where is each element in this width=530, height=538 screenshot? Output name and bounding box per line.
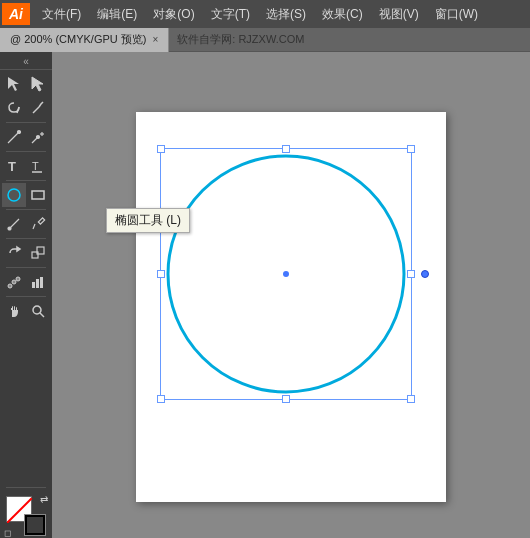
svg-point-5 bbox=[18, 131, 21, 134]
svg-marker-0 bbox=[8, 77, 19, 91]
menu-bar: Ai 文件(F) 编辑(E) 对象(O) 文字(T) 选择(S) 效果(C) 视… bbox=[0, 0, 530, 28]
tab-url-label: 软件自学网: RJZXW.COM bbox=[169, 32, 312, 47]
menu-window[interactable]: 窗口(W) bbox=[427, 2, 486, 27]
tab-close-button[interactable]: × bbox=[152, 34, 158, 45]
menu-object[interactable]: 对象(O) bbox=[145, 2, 202, 27]
menu-edit[interactable]: 编辑(E) bbox=[89, 2, 145, 27]
stroke-box[interactable] bbox=[24, 514, 46, 536]
pencil-tool-button[interactable] bbox=[26, 212, 50, 236]
svg-point-12 bbox=[8, 189, 20, 201]
svg-point-14 bbox=[8, 227, 11, 230]
pen-tool-button[interactable] bbox=[2, 125, 26, 149]
tool-separator-1 bbox=[6, 122, 46, 123]
tool-group-pen bbox=[2, 125, 50, 149]
rectangle-tool-button[interactable] bbox=[26, 183, 50, 207]
tool-group-type: T T bbox=[2, 154, 50, 178]
toolbar: « bbox=[0, 52, 52, 538]
menu-select[interactable]: 选择(S) bbox=[258, 2, 314, 27]
svg-point-22 bbox=[16, 277, 20, 281]
swap-fill-stroke-icon[interactable]: ⇄ bbox=[40, 494, 48, 505]
lasso-tool-button[interactable] bbox=[2, 96, 26, 120]
fill-stroke-boxes[interactable]: ⇄ ◻ bbox=[6, 496, 46, 536]
svg-line-2 bbox=[17, 107, 19, 113]
svg-line-27 bbox=[40, 313, 44, 317]
right-anchor-handle[interactable] bbox=[421, 270, 429, 278]
tool-group-navigate bbox=[2, 299, 50, 323]
tool-group-selection bbox=[2, 72, 50, 120]
symbol-tool-button[interactable] bbox=[2, 270, 26, 294]
tool-separator-7 bbox=[6, 296, 46, 297]
svg-rect-15 bbox=[38, 218, 44, 224]
tool-separator-5 bbox=[6, 238, 46, 239]
svg-point-28 bbox=[168, 156, 404, 392]
tool-separator-4 bbox=[6, 209, 46, 210]
ellipse-tool-button[interactable] bbox=[2, 183, 26, 207]
hand-tool-button[interactable] bbox=[2, 299, 26, 323]
zoom-tool-button[interactable] bbox=[26, 299, 50, 323]
direct-selection-tool-button[interactable] bbox=[26, 72, 50, 96]
tab-active[interactable]: @ 200% (CMYK/GPU 预览) × bbox=[0, 28, 169, 52]
tooltip-ellipse-tool: 椭圆工具 (L) bbox=[106, 208, 190, 233]
tool-separator-6 bbox=[6, 267, 46, 268]
tab-bar: @ 200% (CMYK/GPU 预览) × 软件自学网: RJZXW.COM bbox=[0, 28, 530, 52]
stroke-inner bbox=[27, 517, 43, 533]
svg-point-26 bbox=[33, 306, 41, 314]
default-colors-icon[interactable]: ◻ bbox=[4, 528, 11, 538]
svg-point-20 bbox=[8, 284, 12, 288]
canvas-area[interactable]: 椭圆工具 (L) bbox=[52, 52, 530, 538]
tool-group-misc bbox=[2, 270, 50, 294]
tool-separator-3 bbox=[6, 180, 46, 181]
selection-tool-button[interactable] bbox=[2, 72, 26, 96]
toolbar-collapse-button[interactable]: « bbox=[0, 54, 52, 70]
svg-rect-13 bbox=[32, 191, 44, 199]
svg-rect-23 bbox=[32, 282, 35, 288]
svg-line-16 bbox=[33, 224, 35, 229]
rotate-tool-button[interactable] bbox=[2, 241, 26, 265]
svg-rect-25 bbox=[40, 277, 43, 288]
menu-file[interactable]: 文件(F) bbox=[34, 2, 89, 27]
tool-group-shapes bbox=[2, 183, 50, 207]
tool-group-transform bbox=[2, 241, 50, 265]
main-layout: « bbox=[0, 52, 530, 538]
svg-text:T: T bbox=[32, 160, 39, 172]
color-tools: ⇄ ◻ bbox=[0, 485, 55, 538]
app-logo: Ai bbox=[2, 3, 30, 25]
type-touch-tool-button[interactable]: T bbox=[26, 154, 50, 178]
svg-point-21 bbox=[12, 280, 16, 284]
scale-tool-button[interactable] bbox=[26, 241, 50, 265]
svg-marker-4 bbox=[39, 102, 43, 107]
add-anchor-tool-button[interactable] bbox=[26, 125, 50, 149]
menu-view[interactable]: 视图(V) bbox=[371, 2, 427, 27]
svg-text:T: T bbox=[8, 159, 16, 174]
svg-point-6 bbox=[37, 136, 40, 139]
artboard[interactable] bbox=[136, 112, 446, 502]
tool-separator-color bbox=[6, 487, 46, 488]
brush-tool-button[interactable] bbox=[2, 212, 26, 236]
menu-effect[interactable]: 效果(C) bbox=[314, 2, 371, 27]
tool-separator-2 bbox=[6, 151, 46, 152]
magic-wand-tool-button[interactable] bbox=[26, 96, 50, 120]
svg-line-3 bbox=[33, 107, 39, 113]
type-tool-button[interactable]: T bbox=[2, 154, 26, 178]
tab-label: @ 200% (CMYK/GPU 预览) bbox=[10, 32, 146, 47]
graph-tool-button[interactable] bbox=[26, 270, 50, 294]
svg-marker-17 bbox=[17, 247, 20, 251]
svg-marker-1 bbox=[32, 77, 43, 91]
tool-group-paint bbox=[2, 212, 50, 236]
ellipse-svg bbox=[160, 148, 412, 400]
svg-rect-24 bbox=[36, 279, 39, 288]
menu-text[interactable]: 文字(T) bbox=[203, 2, 258, 27]
